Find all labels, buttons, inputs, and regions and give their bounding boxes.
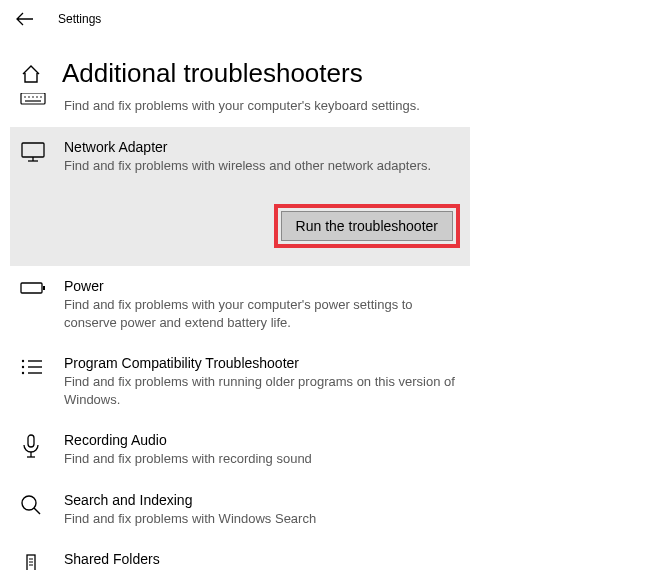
svg-point-6 (40, 96, 42, 98)
svg-rect-11 (43, 286, 45, 290)
troubleshooter-item-compat[interactable]: Program Compatibility Troubleshooter Fin… (10, 343, 470, 420)
item-desc: Find and fix problems with recording sou… (64, 450, 460, 468)
svg-point-21 (22, 496, 36, 510)
item-title: Recording Audio (64, 432, 460, 448)
svg-point-12 (22, 360, 24, 362)
troubleshooter-item-network[interactable]: Network Adapter Find and fix problems wi… (10, 127, 470, 267)
item-title: Network Adapter (64, 139, 460, 155)
item-desc: Find and fix problems with Windows Searc… (64, 510, 460, 528)
item-desc: Find and fix problems with wireless and … (64, 157, 460, 175)
svg-rect-10 (21, 283, 42, 293)
list-icon (20, 355, 48, 408)
item-desc: Find and fix problems with your computer… (64, 296, 460, 331)
item-desc: Find and fix problems with running older… (64, 373, 460, 408)
svg-point-14 (22, 366, 24, 368)
troubleshooter-item-search[interactable]: Search and Indexing Find and fix problem… (10, 480, 470, 540)
item-title: Shared Folders (64, 551, 460, 567)
troubleshooter-item-shared[interactable]: Shared Folders Find and fix problems wit… (10, 539, 470, 570)
keyboard-icon (20, 91, 48, 109)
item-title: Search and Indexing (64, 492, 460, 508)
run-troubleshooter-button[interactable]: Run the troubleshooter (281, 211, 453, 241)
svg-point-16 (22, 372, 24, 374)
troubleshooter-item-power[interactable]: Power Find and fix problems with your co… (10, 266, 470, 343)
svg-rect-18 (28, 435, 34, 447)
item-title: Power (64, 278, 460, 294)
battery-icon (20, 278, 48, 331)
network-tower-icon (20, 551, 48, 570)
search-icon (20, 492, 48, 528)
microphone-icon (20, 432, 48, 468)
svg-line-22 (34, 508, 40, 514)
back-button[interactable] (12, 8, 38, 30)
window-title: Settings (58, 12, 101, 26)
troubleshooter-list: Find and fix problems with your computer… (0, 97, 654, 570)
item-title: Program Compatibility Troubleshooter (64, 355, 460, 371)
svg-rect-0 (21, 93, 45, 104)
svg-point-5 (36, 96, 38, 98)
run-button-highlight: Run the troubleshooter (274, 204, 460, 248)
monitor-icon (20, 139, 48, 249)
troubleshooter-item-keyboard[interactable]: Find and fix problems with your computer… (10, 97, 470, 127)
item-desc: Find and fix problems with your computer… (64, 97, 460, 115)
troubleshooter-item-recording[interactable]: Recording Audio Find and fix problems wi… (10, 420, 470, 480)
home-icon[interactable] (20, 63, 42, 85)
svg-point-3 (28, 96, 30, 98)
page-title: Additional troubleshooters (62, 58, 363, 89)
svg-point-4 (32, 96, 34, 98)
svg-point-2 (24, 96, 26, 98)
svg-rect-7 (22, 143, 44, 157)
